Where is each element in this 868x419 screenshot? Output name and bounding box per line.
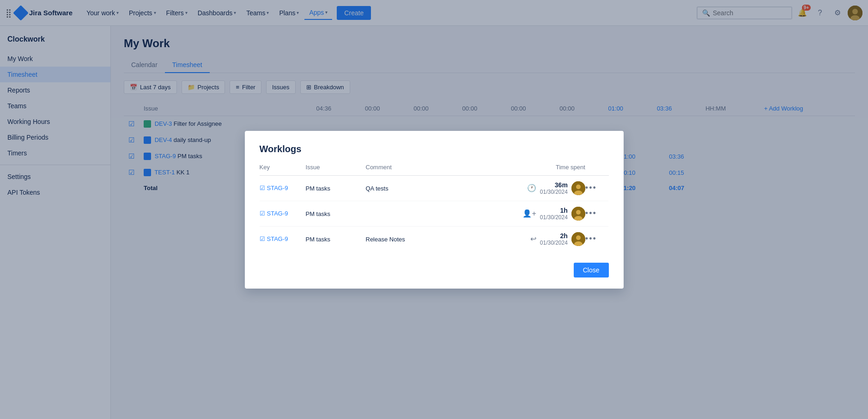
svg-point-7 xyxy=(576,210,581,215)
worklog-time-cell: ↩ 2h 01/30/2024 xyxy=(458,232,585,246)
worklog-more-button[interactable]: ••• xyxy=(585,234,597,243)
user-plus-icon: 👤+ xyxy=(522,209,536,218)
worklog-date: 01/30/2024 xyxy=(540,214,568,221)
worklog-key-link[interactable]: ☑ STAG-9 xyxy=(260,235,306,242)
undo-icon: ↩ xyxy=(530,234,536,243)
modal-title: Worklogs xyxy=(260,144,609,154)
modal-footer: Close xyxy=(260,263,609,277)
worklog-issue: PM tasks xyxy=(306,210,330,217)
worklogs-table: Key Issue Comment Time spent ☑ STAG-9 xyxy=(260,164,609,252)
worklog-time-cell: 🕐 36m 01/30/2024 xyxy=(458,181,585,195)
worklog-more-button[interactable]: ••• xyxy=(585,209,597,218)
worklog-time: 1h xyxy=(540,207,568,214)
worklog-date: 01/30/2024 xyxy=(540,189,568,195)
worklog-more-button[interactable]: ••• xyxy=(585,183,597,192)
worklogs-modal: Worklogs Key Issue Comment Time spent xyxy=(245,131,624,289)
worklog-key-link[interactable]: ☑ STAG-9 xyxy=(260,210,306,217)
clock-icon: 🕐 xyxy=(527,184,536,192)
worklog-comment: Release Notes xyxy=(366,236,405,243)
worklog-row: ☑ STAG-9 PM tasks QA tests 🕐 xyxy=(260,175,609,201)
worklog-issue: PM tasks xyxy=(306,236,330,243)
worklog-avatar xyxy=(571,207,585,221)
svg-point-4 xyxy=(576,185,581,189)
worklog-time-cell: 👤+ 1h 01/30/2024 xyxy=(458,207,585,221)
col-issue-header: Issue xyxy=(306,164,366,176)
svg-point-10 xyxy=(576,235,581,240)
worklog-row: ☑ STAG-9 PM tasks 👤+ 1h xyxy=(260,201,609,226)
worklog-issue: PM tasks xyxy=(306,185,330,192)
worklog-time: 2h xyxy=(540,232,568,240)
worklog-avatar xyxy=(571,232,585,246)
worklog-key-link[interactable]: ☑ STAG-9 xyxy=(260,185,306,191)
worklog-comment: QA tests xyxy=(366,185,388,192)
col-key-header: Key xyxy=(260,164,306,176)
worklog-avatar xyxy=(571,181,585,195)
worklog-time: 36m xyxy=(540,181,568,189)
close-button[interactable]: Close xyxy=(574,263,609,277)
col-timespent-header: Time spent xyxy=(458,164,585,176)
worklog-date: 01/30/2024 xyxy=(540,240,568,246)
modal-overlay: Worklogs Key Issue Comment Time spent xyxy=(0,0,868,419)
worklog-row: ☑ STAG-9 PM tasks Release Notes ↩ xyxy=(260,226,609,252)
col-comment-header: Comment xyxy=(366,164,458,176)
